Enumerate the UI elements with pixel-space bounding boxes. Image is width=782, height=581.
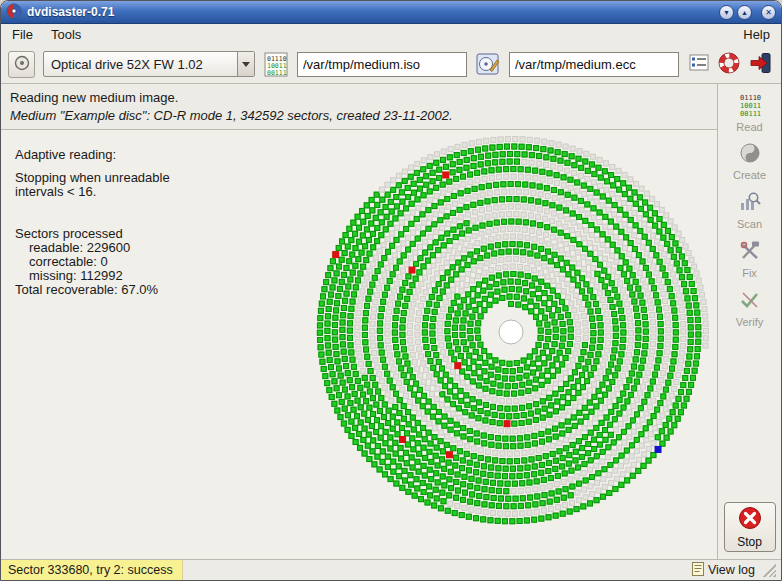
lifesaver-icon [718, 52, 740, 77]
fix-button[interactable]: Fix [722, 236, 778, 282]
drive-combo-value: Optical drive 52X FW 1.02 [44, 57, 237, 72]
stop-condition-line1: Stopping when unreadable [15, 171, 170, 185]
svg-text:00111: 00111 [740, 110, 761, 117]
minimize-button[interactable]: ▾ [719, 5, 734, 20]
svg-text:01110: 01110 [740, 94, 761, 102]
sectors-readable: readable: 229600 [15, 241, 170, 255]
verify-button-label: Verify [736, 316, 764, 328]
ecc-file-input[interactable] [509, 52, 679, 77]
fix-icon [738, 239, 762, 266]
quit-button[interactable] [748, 50, 774, 79]
image-file-icon: 01110 10011 00111 [263, 52, 289, 77]
quit-icon [749, 51, 773, 78]
window-title: dvdisaster-0.71 [27, 5, 114, 19]
create-icon [738, 141, 762, 168]
window-controls: ▾ ▴ ✕ [719, 5, 776, 20]
menu-help[interactable]: Help [736, 26, 777, 43]
fix-button-label: Fix [742, 267, 757, 279]
stop-button-label: Stop [737, 535, 762, 549]
svg-text:00111: 00111 [267, 68, 287, 76]
drive-combo[interactable]: Optical drive 52X FW 1.02 [43, 51, 255, 77]
close-button[interactable]: ✕ [761, 5, 776, 20]
sectors-correctable: correctable: 0 [15, 255, 170, 269]
disc-spiral-visualization [311, 132, 711, 532]
toolbar: Optical drive 52X FW 1.02 01110 10011 00… [1, 45, 781, 84]
total-recoverable: Total recoverable: 67.0% [15, 283, 170, 297]
operation-status-line: Reading new medium image. [10, 90, 708, 105]
scan-button-label: Scan [737, 218, 762, 230]
status-message: Sector 333680, try 2: success [1, 560, 183, 580]
create-button[interactable]: Create [722, 138, 778, 184]
titlebar[interactable]: dvdisaster-0.71 ▾ ▴ ✕ [1, 1, 781, 24]
ecc-file-icon [475, 52, 501, 76]
stop-icon [737, 505, 763, 534]
statusbar: Sector 333680, try 2: success View log [1, 559, 781, 580]
drive-icon [13, 54, 31, 75]
preferences-button[interactable] [688, 53, 710, 75]
maximize-button[interactable]: ▴ [737, 5, 752, 20]
verify-icon [738, 288, 762, 315]
drive-select-button[interactable] [8, 51, 35, 78]
toolbar-right-group [688, 50, 774, 79]
image-file-input[interactable] [297, 52, 467, 77]
verify-button[interactable]: Verify [722, 285, 778, 331]
scan-icon [738, 190, 762, 217]
chevron-down-icon [237, 52, 254, 76]
operation-status-area: Reading new medium image. Medium "Exampl… [1, 84, 717, 130]
action-sidebar: 01110 10011 00111 Read Create [717, 84, 781, 559]
sectors-missing: missing: 112992 [15, 269, 170, 283]
stop-condition-line2: intervals < 16. [15, 185, 170, 199]
scan-button[interactable]: Scan [722, 187, 778, 233]
reading-info-block: Adaptive reading: Stopping when unreadab… [15, 148, 170, 297]
menu-file[interactable]: File [5, 26, 40, 43]
read-button-label: Read [736, 121, 762, 133]
svg-text:10011: 10011 [740, 102, 761, 110]
read-button[interactable]: 01110 10011 00111 Read [722, 89, 778, 135]
adaptive-reading-title: Adaptive reading: [15, 148, 170, 162]
body: Reading new medium image. Medium "Exampl… [1, 84, 781, 559]
reading-panel: Adaptive reading: Stopping when unreadab… [1, 130, 717, 559]
menubar: File Tools Help [1, 24, 781, 45]
sectors-processed-title: Sectors processed [15, 227, 170, 241]
preferences-icon [689, 54, 709, 74]
help-button[interactable] [717, 51, 741, 78]
medium-info-line: Medium "Example disc": CD-R mode 1, 3425… [10, 108, 708, 123]
view-log-button[interactable]: View log [692, 562, 755, 579]
resize-grip[interactable] [763, 564, 776, 577]
app-window: dvdisaster-0.71 ▾ ▴ ✕ File Tools Help Op… [0, 0, 782, 581]
app-icon [6, 3, 22, 22]
read-icon: 01110 10011 00111 [737, 92, 763, 120]
view-log-label: View log [708, 563, 755, 577]
stop-button[interactable]: Stop [724, 502, 776, 552]
menu-tools[interactable]: Tools [44, 26, 88, 43]
log-icon [692, 562, 704, 579]
create-button-label: Create [733, 169, 766, 181]
main-column: Reading new medium image. Medium "Exampl… [1, 84, 717, 559]
